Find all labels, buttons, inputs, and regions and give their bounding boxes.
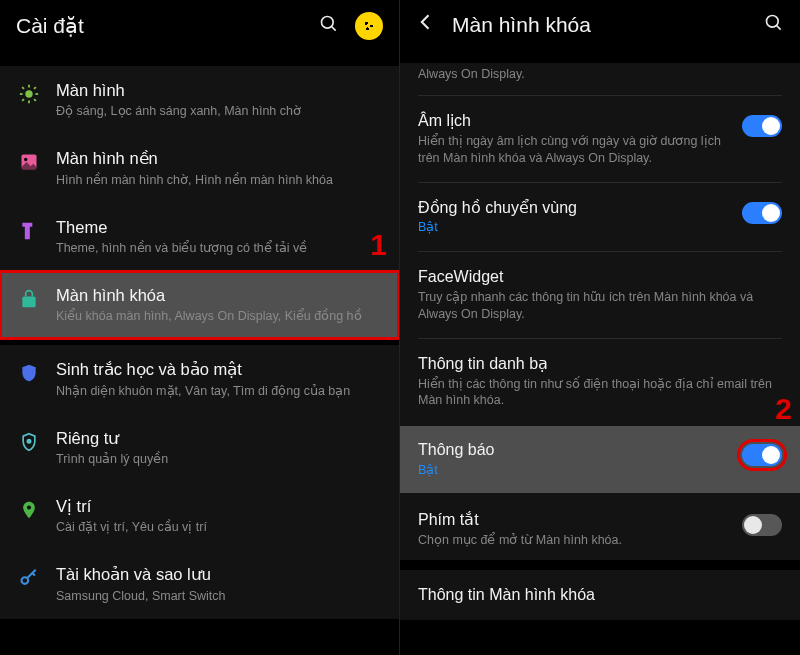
lockscreen-pane: Màn hình khóa Always On Display. Âm lịch… [400,0,800,655]
settings-group-security: Sinh trắc học và bảo mật Nhận diện khuôn… [0,345,399,618]
lockscreen-header: Màn hình khóa [400,0,800,57]
svg-line-8 [34,99,36,101]
svg-line-18 [777,25,781,29]
svg-point-12 [24,158,27,161]
row-about-lockscreen[interactable]: Thông tin Màn hình khóa [400,570,800,620]
item-title: Tài khoản và sao lưu [56,564,381,585]
row-contact-info[interactable]: Thông tin danh bạ Hiển thị các thông tin… [400,343,800,421]
svg-rect-13 [22,296,35,307]
item-subtitle: Cài đặt vị trí, Yêu cầu vị trí [56,519,381,536]
prev-item-sub: Always On Display. [400,63,800,91]
row-title: Phím tắt [418,510,728,531]
row-shortcuts[interactable]: Phím tắt Chọn mục để mở từ Màn hình khóa… [400,499,800,560]
item-privacy[interactable]: Riêng tư Trình quản lý quyền [0,414,399,482]
lock-icon [18,288,40,310]
item-theme[interactable]: Theme Theme, hình nền và biểu tượng có t… [0,203,399,271]
item-subtitle: Trình quản lý quyền [56,451,381,468]
row-subtitle: Truy cập nhanh các thông tin hữu ích trê… [418,289,782,323]
svg-line-7 [22,87,24,89]
item-title: Màn hình nền [56,148,381,169]
row-subtitle: Hiển thị ngày âm lịch cùng với ngày và g… [418,133,728,167]
page-title: Cài đặt [16,14,307,38]
item-title: Vị trí [56,496,381,517]
item-title: Màn hình [56,80,381,101]
item-subtitle: Hình nền màn hình chờ, Hình nền màn hình… [56,172,381,189]
item-subtitle: Theme, hình nền và biểu tượng có thể tải… [56,240,381,257]
svg-point-17 [767,15,779,27]
toggle-shortcuts[interactable] [742,514,782,536]
shield-icon [18,362,40,384]
row-notifications[interactable]: Thông báo Bật [400,426,800,493]
item-title: Màn hình khóa [56,285,381,306]
svg-point-0 [322,17,334,29]
key-icon [18,567,40,589]
back-icon[interactable] [416,12,440,37]
item-subtitle: Samsung Cloud, Smart Switch [56,588,381,605]
row-lunar-calendar[interactable]: Âm lịch Hiển thị ngày âm lịch cùng với n… [400,100,800,178]
row-subtitle: Chọn mục để mở từ Màn hình khóa. [418,532,728,549]
item-biometrics[interactable]: Sinh trắc học và bảo mật Nhận diện khuôn… [0,345,399,413]
toggle-lunar[interactable] [742,115,782,137]
divider [418,95,782,96]
svg-point-16 [22,577,29,584]
row-subtitle: Hiển thị các thông tin như số điện thoại… [418,376,782,410]
row-title: Thông tin danh bạ [418,354,782,375]
item-display[interactable]: Màn hình Độ sáng, Lọc ánh sáng xanh, Màn… [0,66,399,134]
row-roaming-clock[interactable]: Đồng hồ chuyển vùng Bật [400,187,800,248]
item-title: Theme [56,217,381,238]
row-title: Âm lịch [418,111,728,132]
row-title: FaceWidget [418,267,782,288]
toggle-notifications[interactable] [742,444,782,466]
settings-pane: Cài đặt Màn hình Độ sáng, Lọc ánh sáng x… [0,0,400,655]
item-subtitle: Kiểu khóa màn hình, Always On Display, K… [56,308,381,325]
brightness-icon [18,83,40,105]
item-subtitle: Nhận diện khuôn mặt, Vân tay, Tìm di độn… [56,383,381,400]
item-title: Sinh trắc học và bảo mật [56,359,381,380]
row-title: Thông báo [418,440,728,461]
settings-header: Cài đặt [0,0,399,60]
row-on-label: Bật [418,219,728,236]
search-icon[interactable] [319,14,339,38]
wallpaper-icon [18,151,40,173]
svg-line-9 [22,99,24,101]
header-actions [319,12,383,40]
item-subtitle: Độ sáng, Lọc ánh sáng xanh, Màn hình chờ [56,103,381,120]
row-title: Thông tin Màn hình khóa [418,586,595,603]
svg-line-10 [34,87,36,89]
annotation-badge-2: 2 [775,392,792,426]
privacy-icon [18,431,40,453]
item-wallpaper[interactable]: Màn hình nền Hình nền màn hình chờ, Hình… [0,134,399,202]
page-title: Màn hình khóa [452,13,752,37]
settings-group-display: Màn hình Độ sáng, Lọc ánh sáng xanh, Màn… [0,66,399,339]
divider [418,338,782,339]
divider [418,251,782,252]
annotation-badge-1: 1 [370,228,387,262]
divider [418,182,782,183]
svg-point-2 [25,90,32,97]
location-icon [18,499,40,521]
item-title: Riêng tư [56,428,381,449]
row-on-label: Bật [418,462,728,479]
toggle-roaming[interactable] [742,202,782,224]
svg-point-15 [27,505,31,509]
row-facewidget[interactable]: FaceWidget Truy cập nhanh các thông tin … [400,256,800,334]
item-accounts[interactable]: Tài khoản và sao lưu Samsung Cloud, Smar… [0,550,399,618]
theme-icon [18,220,40,242]
svg-line-1 [332,27,336,31]
item-location[interactable]: Vị trí Cài đặt vị trí, Yêu cầu vị trí [0,482,399,550]
search-icon[interactable] [764,13,784,37]
lockscreen-group: Always On Display. Âm lịch Hiển thị ngày… [400,63,800,560]
row-title: Đồng hồ chuyển vùng [418,198,728,219]
svg-point-14 [27,439,30,442]
item-lock-screen[interactable]: Màn hình khóa Kiểu khóa màn hình, Always… [0,271,399,339]
profile-avatar[interactable] [355,12,383,40]
